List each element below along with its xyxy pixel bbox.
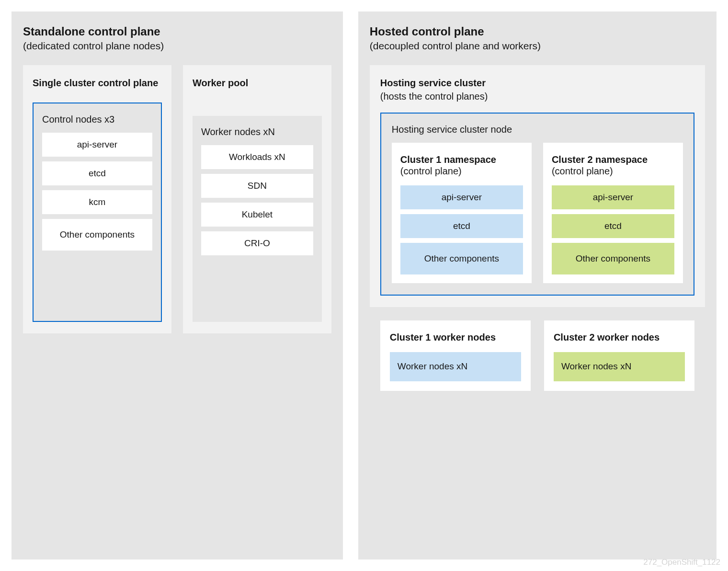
standalone-title: Standalone control plane xyxy=(23,25,331,38)
worker-pool-title: Worker pool xyxy=(193,77,322,89)
hosted-title: Hosted control plane xyxy=(370,25,705,38)
ns2-item: api-server xyxy=(552,185,674,209)
worker-nodes-label: Worker nodes xN xyxy=(201,126,313,137)
worker-nodes-box: Worker nodes xN Workloads xN SDN Kubelet… xyxy=(193,116,322,322)
component-item: Other components xyxy=(42,219,152,251)
namespace-cluster2: Cluster 2 namespace (control plane) api-… xyxy=(543,143,683,283)
control-nodes-label: Control nodes x3 xyxy=(42,114,152,125)
ns1-item: Other components xyxy=(400,243,523,274)
standalone-subtitle: (dedicated control plane nodes) xyxy=(23,40,331,52)
namespaces-row: Cluster 1 namespace (control plane) api-… xyxy=(392,143,683,283)
hosting-cluster-card: Hosting service cluster (hosts the contr… xyxy=(370,65,705,307)
ns1-sub: (control plane) xyxy=(400,166,523,177)
single-cluster-card: Single cluster control plane Control nod… xyxy=(23,65,171,333)
component-item: Kubelet xyxy=(201,203,313,227)
ns2-sub: (control plane) xyxy=(552,166,674,177)
ns2-item: Other components xyxy=(552,243,674,274)
component-item: api-server xyxy=(42,133,152,157)
cluster1-workers-title: Cluster 1 worker nodes xyxy=(390,331,521,343)
worker-pool-card: Worker pool Worker nodes xN Workloads xN… xyxy=(183,65,331,333)
hosting-cluster-node-box: Hosting service cluster node Cluster 1 n… xyxy=(380,113,694,296)
control-nodes-box: Control nodes x3 api-server etcd kcm Oth… xyxy=(33,103,162,322)
single-cluster-title: Single cluster control plane xyxy=(33,77,162,89)
hosting-cluster-node-label: Hosting service cluster node xyxy=(392,124,683,135)
cluster1-workers-item: Worker nodes xN xyxy=(390,352,521,381)
cluster2-workers-item: Worker nodes xN xyxy=(554,352,685,381)
component-item: CRI-O xyxy=(201,231,313,255)
component-item: etcd xyxy=(42,161,152,185)
cluster2-workers-card: Cluster 2 worker nodes Worker nodes xN xyxy=(544,320,694,391)
cluster1-workers-card: Cluster 1 worker nodes Worker nodes xN xyxy=(380,320,531,391)
hosted-panel: Hosted control plane (decoupled control … xyxy=(358,11,717,560)
component-item: SDN xyxy=(201,174,313,198)
ns2-item: etcd xyxy=(552,214,674,238)
namespace-cluster1: Cluster 1 namespace (control plane) api-… xyxy=(392,143,532,283)
hosting-cluster-title: Hosting service cluster xyxy=(380,77,694,89)
ns1-title: Cluster 1 namespace xyxy=(400,153,523,166)
standalone-columns: Single cluster control plane Control nod… xyxy=(23,65,331,333)
cluster2-workers-title: Cluster 2 worker nodes xyxy=(554,331,685,343)
ns2-title: Cluster 2 namespace xyxy=(552,153,674,166)
watermark: 272_OpenShift_1122 xyxy=(643,558,720,567)
standalone-panel: Standalone control plane (dedicated cont… xyxy=(11,11,343,560)
component-item: Workloads xN xyxy=(201,145,313,169)
hosted-subtitle: (decoupled control plane and workers) xyxy=(370,40,705,52)
worker-clusters-row: Cluster 1 worker nodes Worker nodes xN C… xyxy=(370,320,705,391)
ns1-item: api-server xyxy=(400,185,523,209)
component-item: kcm xyxy=(42,190,152,214)
ns1-item: etcd xyxy=(400,214,523,238)
hosting-cluster-subtitle: (hosts the control planes) xyxy=(380,91,694,102)
